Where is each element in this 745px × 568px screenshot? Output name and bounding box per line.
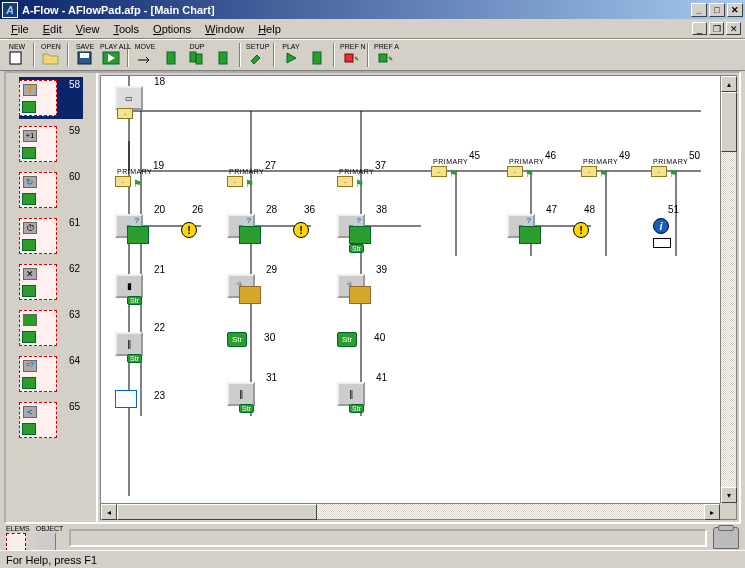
node-31[interactable]: ‖Str31: [227, 382, 255, 406]
node-51-box: [653, 238, 671, 248]
object-label: OBJECT: [36, 525, 64, 533]
window-title: A-Flow - AFlowPad.afp - [Main Chart]: [22, 4, 215, 16]
node-37[interactable]: ⚑37: [337, 176, 364, 189]
tb-save[interactable]: SAVE: [73, 43, 97, 67]
svg-rect-12: [345, 54, 353, 62]
tb-sep: [67, 43, 69, 67]
scroll-thumb-v[interactable]: [721, 92, 737, 152]
menu-window[interactable]: Window: [198, 21, 251, 37]
node-41[interactable]: ‖Str41: [337, 382, 365, 406]
node-18[interactable]: ▭ 18: [115, 86, 143, 110]
status-text: For Help, press F1: [6, 554, 97, 566]
node-27[interactable]: ⚑27: [227, 176, 254, 189]
node-45[interactable]: ⚑45: [431, 166, 458, 179]
node-23[interactable]: 23: [115, 390, 137, 408]
tb-open[interactable]: OPEN: [39, 43, 63, 67]
svg-rect-11: [313, 52, 321, 64]
tb-pref-a[interactable]: PREF A: [373, 43, 397, 67]
primary-label: PRIMARY: [509, 158, 544, 165]
scroll-thumb-h[interactable]: [117, 504, 317, 520]
node-21[interactable]: ▮Str21: [115, 274, 143, 298]
warning-icon: !: [293, 222, 309, 238]
primary-label: PRIMARY: [339, 168, 374, 175]
scroll-down-button[interactable]: ▾: [721, 487, 737, 503]
tb-sep: [333, 43, 335, 67]
primary-label: PRIMARY: [653, 158, 688, 165]
vertical-scrollbar[interactable]: ▴ ▾: [720, 76, 736, 503]
chart-canvas[interactable]: ▭ 18 PRIMARY ⚑19 PRIMARY ⚑27 PRIMARY ⚑37…: [101, 76, 720, 503]
node-39[interactable]: 🔧39: [337, 274, 365, 298]
app-icon: A: [2, 2, 18, 18]
menu-view[interactable]: View: [69, 21, 107, 37]
primary-label: PRIMARY: [583, 158, 618, 165]
palette-item-58[interactable]: f 58: [19, 77, 83, 119]
mdi-close-button[interactable]: ✕: [726, 22, 741, 35]
tb-pref-n[interactable]: PREF N: [339, 43, 363, 67]
mdi-restore-button[interactable]: ❐: [709, 22, 724, 35]
node-40[interactable]: Str40: [337, 332, 357, 347]
node-19[interactable]: ⚑19: [115, 176, 142, 189]
warning-icon: !: [181, 222, 197, 238]
palette-item-61[interactable]: ⏱ 61: [19, 215, 83, 257]
tb-play-target[interactable]: [305, 43, 329, 67]
tb-move[interactable]: MOVE: [133, 43, 157, 67]
node-22[interactable]: ‖Str22: [115, 332, 143, 356]
title-bar: A A-Flow - AFlowPad.afp - [Main Chart] _…: [0, 0, 745, 19]
connection-lines: [101, 76, 720, 503]
menu-file[interactable]: File: [4, 21, 36, 37]
horizontal-scrollbar[interactable]: ◂ ▸: [101, 503, 720, 519]
toolbar: NEW OPEN SAVE PLAY ALL MOVE DUP SETUP PL…: [0, 39, 745, 71]
tb-move-target[interactable]: [159, 43, 183, 67]
scroll-left-button[interactable]: ◂: [101, 504, 117, 520]
node-20[interactable]: =?20: [115, 214, 143, 238]
tb-setup[interactable]: SETUP: [245, 43, 269, 67]
elems-drop[interactable]: [6, 533, 26, 551]
element-palette: f 58 +1 59 ↻ 60 ⏱ 61 ✕ 62 63 =? 64 < 65: [6, 73, 98, 522]
bottom-bar: ELEMS OBJECT: [4, 526, 741, 550]
menu-tools[interactable]: Tools: [106, 21, 146, 37]
close-button[interactable]: ✕: [727, 3, 743, 17]
node-49[interactable]: ⚑49: [581, 166, 608, 179]
bottom-field[interactable]: [69, 529, 707, 547]
palette-item-65[interactable]: < 65: [19, 399, 83, 441]
svg-marker-1: [43, 54, 58, 64]
menu-bar: File Edit View Tools Options Window Help…: [0, 19, 745, 39]
node-47[interactable]: =?47: [507, 214, 535, 238]
node-50[interactable]: ⚑50: [651, 166, 678, 179]
palette-item-60[interactable]: ↻ 60: [19, 169, 83, 211]
info-icon: i: [653, 218, 669, 234]
palette-item-62[interactable]: ✕ 62: [19, 261, 83, 303]
scroll-up-button[interactable]: ▴: [721, 76, 737, 92]
trash-icon[interactable]: [713, 527, 739, 549]
node-28[interactable]: =?28: [227, 214, 255, 238]
tb-play-all[interactable]: PLAY ALL: [99, 43, 123, 67]
palette-item-64[interactable]: =? 64: [19, 353, 83, 395]
tb-dup[interactable]: DUP: [185, 43, 209, 67]
tb-play[interactable]: PLAY: [279, 43, 303, 67]
palette-item-63[interactable]: 63: [19, 307, 83, 349]
menu-edit[interactable]: Edit: [36, 21, 69, 37]
node-29[interactable]: 🔧29: [227, 274, 255, 298]
svg-rect-3: [80, 53, 89, 58]
node-30[interactable]: Str30: [227, 332, 247, 347]
chart-canvas-frame: ▭ 18 PRIMARY ⚑19 PRIMARY ⚑27 PRIMARY ⚑37…: [100, 75, 737, 520]
node-46[interactable]: ⚑46: [507, 166, 534, 179]
mdi-minimize-button[interactable]: _: [692, 22, 707, 35]
minimize-button[interactable]: _: [691, 3, 707, 17]
svg-marker-10: [287, 53, 296, 63]
node-38[interactable]: =?Str38: [337, 214, 365, 238]
primary-label: PRIMARY: [117, 168, 152, 175]
object-drop[interactable]: [36, 533, 56, 551]
scroll-right-button[interactable]: ▸: [704, 504, 720, 520]
svg-rect-9: [219, 52, 227, 64]
primary-label: PRIMARY: [229, 168, 264, 175]
tb-sep: [239, 43, 241, 67]
svg-rect-7: [190, 52, 196, 62]
menu-options[interactable]: Options: [146, 21, 198, 37]
tb-new[interactable]: NEW: [5, 43, 29, 67]
status-bar: For Help, press F1: [0, 550, 745, 568]
menu-help[interactable]: Help: [251, 21, 288, 37]
tb-dup-target[interactable]: [211, 43, 235, 67]
maximize-button[interactable]: □: [709, 3, 725, 17]
palette-item-59[interactable]: +1 59: [19, 123, 83, 165]
